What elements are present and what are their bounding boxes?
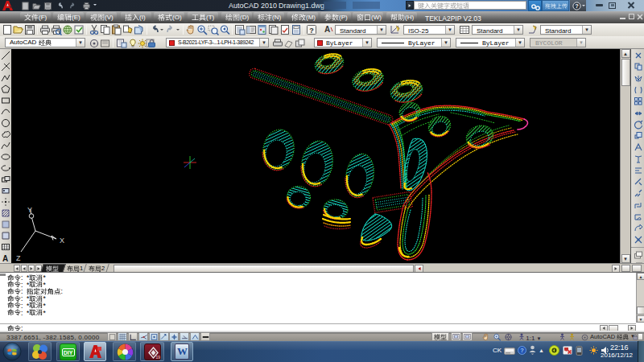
svg-text:Z: Z <box>16 254 21 262</box>
svg-text:Y: Y <box>27 206 32 214</box>
svg-text:A: A <box>2 254 8 263</box>
svg-text:?: ? <box>520 347 524 354</box>
svg-text:X: X <box>60 237 64 245</box>
svg-text:?: ? <box>575 2 579 10</box>
svg-text:?: ? <box>309 27 314 35</box>
svg-text:A: A <box>324 25 330 34</box>
